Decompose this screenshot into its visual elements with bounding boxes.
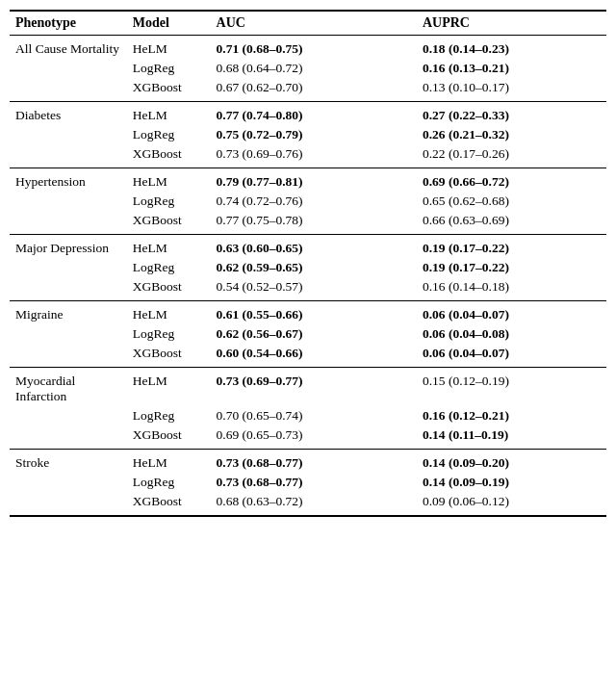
auc-cell: 0.73 (0.68–0.77) — [211, 473, 417, 492]
model-cell: XGBoost — [127, 425, 211, 450]
auprc-cell: 0.14 (0.09–0.20) — [417, 450, 606, 474]
table-row: Major DepressionHeLM0.63 (0.60–0.65)0.19… — [10, 235, 606, 259]
model-cell: HeLM — [127, 36, 211, 60]
auc-cell: 0.69 (0.65–0.73) — [211, 425, 417, 450]
auprc-cell: 0.13 (0.10–0.17) — [417, 78, 606, 102]
table-header-row: Phenotype Model AUC AUPRC — [10, 11, 606, 36]
auc-cell: 0.79 (0.77–0.81) — [211, 168, 417, 193]
model-cell: HeLM — [127, 235, 211, 259]
auc-cell: 0.71 (0.68–0.75) — [211, 36, 417, 60]
model-cell: XGBoost — [127, 277, 211, 301]
auprc-cell: 0.16 (0.12–0.21) — [417, 406, 606, 425]
phenotype-cell: Major Depression — [10, 235, 127, 259]
table-row: StrokeHeLM0.73 (0.68–0.77)0.14 (0.09–0.2… — [10, 450, 606, 474]
model-header: Model — [127, 11, 211, 36]
phenotype-cell: Hypertension — [10, 168, 127, 193]
model-cell: LogReg — [127, 125, 211, 144]
table-row: LogReg0.68 (0.64–0.72)0.16 (0.13–0.21) — [10, 59, 606, 78]
phenotype-cell — [10, 492, 127, 516]
table-row: LogReg0.62 (0.59–0.65)0.19 (0.17–0.22) — [10, 258, 606, 277]
auc-cell: 0.68 (0.64–0.72) — [211, 59, 417, 78]
auc-cell: 0.73 (0.69–0.77) — [211, 368, 417, 407]
table-row: XGBoost0.77 (0.75–0.78)0.66 (0.63–0.69) — [10, 211, 606, 235]
auprc-cell: 0.15 (0.12–0.19) — [417, 368, 606, 407]
auc-cell: 0.75 (0.72–0.79) — [211, 125, 417, 144]
phenotype-cell — [10, 78, 127, 102]
auprc-cell: 0.06 (0.04–0.07) — [417, 301, 606, 325]
auc-cell: 0.68 (0.63–0.72) — [211, 492, 417, 516]
auc-cell: 0.74 (0.72–0.76) — [211, 192, 417, 211]
table-row: All Cause MortalityHeLM0.71 (0.68–0.75)0… — [10, 36, 606, 60]
phenotype-cell: Diabetes — [10, 102, 127, 126]
model-cell: HeLM — [127, 368, 211, 407]
phenotype-cell — [10, 192, 127, 211]
table-row: Myocardial InfarctionHeLM0.73 (0.69–0.77… — [10, 368, 606, 407]
table-row: LogReg0.73 (0.68–0.77)0.14 (0.09–0.19) — [10, 473, 606, 492]
table-row: LogReg0.75 (0.72–0.79)0.26 (0.21–0.32) — [10, 125, 606, 144]
table-row: XGBoost0.69 (0.65–0.73)0.14 (0.11–0.19) — [10, 425, 606, 450]
phenotype-cell — [10, 473, 127, 492]
model-cell: HeLM — [127, 450, 211, 474]
model-cell: LogReg — [127, 406, 211, 425]
auprc-cell: 0.14 (0.09–0.19) — [417, 473, 606, 492]
auprc-cell: 0.16 (0.14–0.18) — [417, 277, 606, 301]
table-row: LogReg0.70 (0.65–0.74)0.16 (0.12–0.21) — [10, 406, 606, 425]
model-cell: XGBoost — [127, 211, 211, 235]
phenotype-cell — [10, 258, 127, 277]
auprc-header: AUPRC — [417, 11, 606, 36]
auprc-cell: 0.26 (0.21–0.32) — [417, 125, 606, 144]
phenotype-cell — [10, 125, 127, 144]
auc-cell: 0.63 (0.60–0.65) — [211, 235, 417, 259]
table-container: Phenotype Model AUC AUPRC All Cause Mort… — [10, 10, 606, 517]
auprc-cell: 0.14 (0.11–0.19) — [417, 425, 606, 450]
phenotype-cell: Myocardial Infarction — [10, 368, 127, 407]
phenotype-cell — [10, 344, 127, 368]
phenotype-cell: All Cause Mortality — [10, 36, 127, 60]
auprc-cell: 0.16 (0.13–0.21) — [417, 59, 606, 78]
model-cell: XGBoost — [127, 492, 211, 516]
auc-cell: 0.77 (0.74–0.80) — [211, 102, 417, 126]
auc-header: AUC — [211, 11, 417, 36]
auprc-cell: 0.09 (0.06–0.12) — [417, 492, 606, 516]
auc-cell: 0.73 (0.69–0.76) — [211, 144, 417, 168]
model-cell: LogReg — [127, 324, 211, 344]
auc-cell: 0.62 (0.59–0.65) — [211, 258, 417, 277]
phenotype-header: Phenotype — [10, 11, 127, 36]
model-cell: LogReg — [127, 258, 211, 277]
model-cell: HeLM — [127, 168, 211, 193]
auprc-cell: 0.06 (0.04–0.08) — [417, 324, 606, 344]
table-row: DiabetesHeLM0.77 (0.74–0.80)0.27 (0.22–0… — [10, 102, 606, 126]
auprc-cell: 0.19 (0.17–0.22) — [417, 258, 606, 277]
table-row: XGBoost0.68 (0.63–0.72)0.09 (0.06–0.12) — [10, 492, 606, 516]
table-row: HypertensionHeLM0.79 (0.77–0.81)0.69 (0.… — [10, 168, 606, 193]
model-cell: XGBoost — [127, 78, 211, 102]
auprc-cell: 0.22 (0.17–0.26) — [417, 144, 606, 168]
phenotype-cell — [10, 425, 127, 450]
table-row: XGBoost0.73 (0.69–0.76)0.22 (0.17–0.26) — [10, 144, 606, 168]
auprc-cell: 0.27 (0.22–0.33) — [417, 102, 606, 126]
phenotype-cell: Migraine — [10, 301, 127, 325]
phenotype-cell — [10, 211, 127, 235]
model-cell: XGBoost — [127, 344, 211, 368]
auprc-cell: 0.18 (0.14–0.23) — [417, 36, 606, 60]
phenotype-cell: Stroke — [10, 450, 127, 474]
model-cell: HeLM — [127, 301, 211, 325]
table-row: LogReg0.74 (0.72–0.76)0.65 (0.62–0.68) — [10, 192, 606, 211]
results-table: Phenotype Model AUC AUPRC All Cause Mort… — [10, 10, 606, 517]
auprc-cell: 0.69 (0.66–0.72) — [417, 168, 606, 193]
model-cell: LogReg — [127, 192, 211, 211]
auc-cell: 0.54 (0.52–0.57) — [211, 277, 417, 301]
auprc-cell: 0.65 (0.62–0.68) — [417, 192, 606, 211]
auprc-cell: 0.06 (0.04–0.07) — [417, 344, 606, 368]
table-row: XGBoost0.54 (0.52–0.57)0.16 (0.14–0.18) — [10, 277, 606, 301]
model-cell: LogReg — [127, 59, 211, 78]
auc-cell: 0.62 (0.56–0.67) — [211, 324, 417, 344]
auc-cell: 0.61 (0.55–0.66) — [211, 301, 417, 325]
auc-cell: 0.67 (0.62–0.70) — [211, 78, 417, 102]
auc-cell: 0.73 (0.68–0.77) — [211, 450, 417, 474]
auc-cell: 0.60 (0.54–0.66) — [211, 344, 417, 368]
auprc-cell: 0.66 (0.63–0.69) — [417, 211, 606, 235]
phenotype-cell — [10, 406, 127, 425]
auc-cell: 0.77 (0.75–0.78) — [211, 211, 417, 235]
table-row: MigraineHeLM0.61 (0.55–0.66)0.06 (0.04–0… — [10, 301, 606, 325]
